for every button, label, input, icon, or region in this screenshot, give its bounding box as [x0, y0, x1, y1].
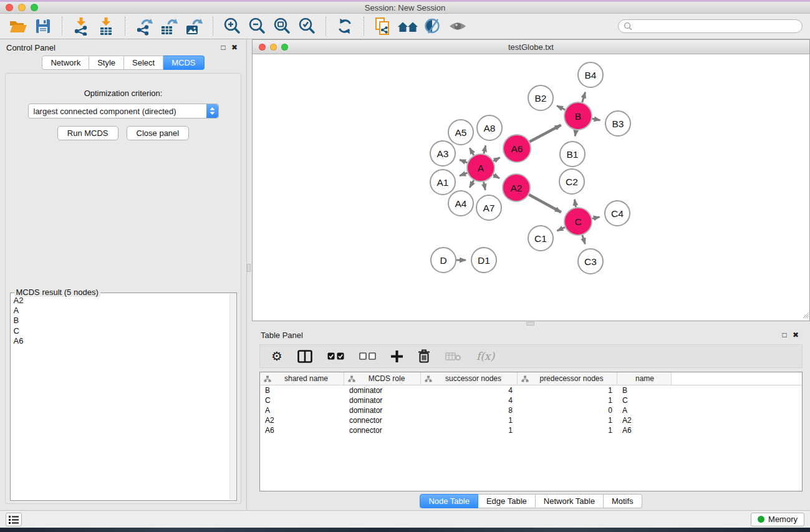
table-cell[interactable]: A6	[617, 426, 672, 435]
graph-node-B4[interactable]: B4	[578, 62, 603, 87]
graph-edge-A2-C[interactable]	[529, 195, 561, 212]
graph-node-A7[interactable]: A7	[476, 195, 501, 220]
table-cell[interactable]: A2	[617, 416, 672, 425]
export-table-icon[interactable]	[158, 16, 180, 36]
graph-node-A2[interactable]: A2	[503, 174, 530, 201]
table-cell[interactable]: connector	[344, 416, 421, 425]
graph-node-D[interactable]: D	[431, 248, 456, 273]
table-cell[interactable]: dominator	[344, 396, 421, 405]
graph-edge-B-B2[interactable]	[557, 106, 565, 110]
graph-node-D1[interactable]: D1	[471, 248, 496, 273]
vertical-split-divider[interactable]	[247, 39, 252, 510]
graph-node-C3[interactable]: C3	[578, 249, 603, 274]
save-session-icon[interactable]	[32, 16, 54, 36]
mcds-result-item[interactable]: A2	[14, 296, 236, 306]
table-cell[interactable]: A	[617, 406, 672, 415]
graph-node-A8[interactable]: A8	[477, 115, 502, 140]
horizontal-split-divider[interactable]	[252, 321, 810, 327]
graph-node-C1[interactable]: C1	[528, 226, 553, 251]
minimize-network-button[interactable]	[270, 44, 277, 51]
graph-edge-B-B1[interactable]	[575, 130, 576, 137]
graph-edge-C-C3[interactable]	[582, 235, 585, 244]
graph-edge-A-A1[interactable]	[460, 173, 467, 176]
table-cell[interactable]: 1	[518, 386, 617, 395]
mcds-result-item[interactable]: A	[14, 306, 236, 316]
graph-node-A6[interactable]: A6	[503, 135, 531, 162]
float-panel-icon[interactable]: □	[779, 329, 790, 341]
close-panel-icon[interactable]: ✖	[229, 42, 240, 53]
close-panel-icon[interactable]: ✖	[790, 329, 801, 341]
column-header-successor-nodes[interactable]: successor nodes	[421, 372, 518, 385]
table-row-A[interactable]: Adominator80A	[260, 405, 802, 415]
refresh-icon[interactable]	[334, 16, 355, 36]
select-all-icon[interactable]	[327, 352, 344, 360]
close-window-button[interactable]	[6, 4, 13, 11]
search-box[interactable]	[618, 19, 803, 33]
mcds-result-item[interactable]: B	[14, 316, 236, 326]
tab-network[interactable]: Network	[42, 56, 89, 70]
column-header-predecessor-nodes[interactable]: predecessor nodes	[518, 372, 617, 385]
table-cell[interactable]: dominator	[344, 386, 421, 395]
eye-icon[interactable]	[447, 16, 468, 36]
run-mcds-button[interactable]: Run MCDS	[57, 126, 118, 140]
table-cell[interactable]: A	[260, 406, 344, 415]
import-table-icon[interactable]	[95, 16, 117, 36]
column-header-name[interactable]: name	[617, 372, 672, 385]
table-cell[interactable]: 1	[421, 416, 518, 425]
hide-panels-icon[interactable]	[422, 16, 443, 36]
table-cell[interactable]: 4	[421, 396, 518, 405]
table-cell[interactable]: dominator	[344, 406, 421, 415]
open-session-icon[interactable]	[7, 16, 29, 36]
table-cell[interactable]: C	[617, 396, 672, 405]
graph-edge-A-A7[interactable]	[484, 182, 486, 190]
tab-network-table[interactable]: Network Table	[536, 494, 604, 508]
tab-edge-table[interactable]: Edge Table	[478, 494, 536, 508]
deselect-all-icon[interactable]	[359, 352, 376, 360]
table-cell[interactable]: A6	[260, 426, 344, 435]
graph-node-B3[interactable]: B3	[605, 111, 630, 136]
table-settings-icon[interactable]: ⚙	[271, 350, 282, 362]
export-image-icon[interactable]	[183, 16, 205, 36]
graph-node-C2[interactable]: C2	[559, 169, 584, 194]
graph-edge-A-A3[interactable]	[460, 160, 467, 163]
table-cell[interactable]: 4	[421, 386, 518, 395]
memory-button[interactable]: Memory	[751, 513, 804, 526]
graph-edge-B-B4[interactable]	[582, 92, 586, 102]
criterion-select[interactable]: largest connected component (directed)	[28, 104, 219, 118]
table-cell[interactable]: B	[260, 386, 344, 395]
graph-node-C[interactable]: C	[564, 208, 592, 235]
mcds-result-item[interactable]: C	[14, 326, 236, 336]
float-panel-icon[interactable]: □	[218, 42, 229, 53]
graph-edge-A6-B[interactable]	[529, 125, 561, 142]
divider-handle[interactable]	[247, 264, 251, 272]
tab-motifs[interactable]: Motifs	[604, 494, 642, 508]
graph-edge-A-A6[interactable]	[493, 158, 499, 162]
table-cell[interactable]: 1	[518, 396, 617, 405]
divider-handle[interactable]	[526, 322, 534, 326]
graph-edge-A-A2[interactable]	[493, 175, 499, 178]
import-network-icon[interactable]	[70, 16, 92, 36]
graph-node-A3[interactable]: A3	[430, 141, 455, 166]
minimize-window-button[interactable]	[18, 4, 26, 11]
table-cell[interactable]: A2	[260, 416, 344, 425]
graph-edge-C-C1[interactable]	[557, 227, 565, 231]
table-cell[interactable]: connector	[344, 426, 421, 435]
zoom-in-icon[interactable]	[221, 16, 243, 36]
table-cell[interactable]: 8	[421, 406, 518, 415]
mcds-result-scrollbar[interactable]	[229, 294, 236, 500]
graph-node-A5[interactable]: A5	[448, 120, 473, 145]
mcds-result-item[interactable]: A6	[14, 336, 236, 346]
graph-node-C4[interactable]: C4	[605, 201, 630, 226]
graph-node-B2[interactable]: B2	[528, 85, 553, 110]
zoom-selected-icon[interactable]	[296, 16, 317, 36]
maximize-window-button[interactable]	[31, 4, 38, 11]
graph-node-A1[interactable]: A1	[430, 170, 455, 195]
table-row-B[interactable]: Bdominator41B	[260, 385, 802, 395]
window-resize-grip[interactable]	[801, 311, 809, 320]
tab-select[interactable]: Select	[124, 56, 163, 70]
close-panel-button[interactable]: Close panel	[127, 126, 190, 140]
table-row-C[interactable]: Cdominator41C	[260, 395, 802, 405]
duplicate-network-icon[interactable]	[372, 16, 393, 36]
tab-style[interactable]: Style	[89, 56, 124, 70]
graph-edge-A-A8[interactable]	[484, 145, 486, 153]
